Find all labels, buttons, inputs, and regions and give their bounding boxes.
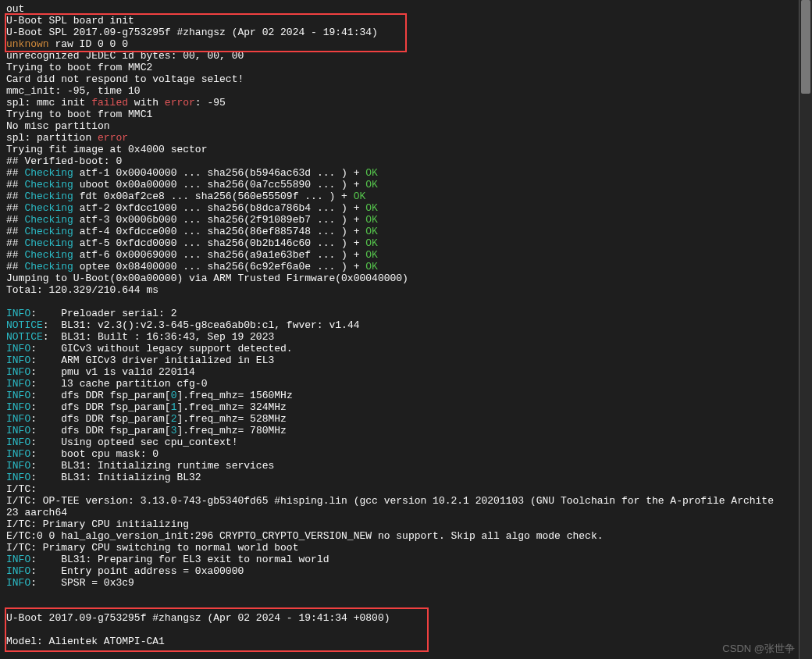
terminal-line: ## Checking atf-4 0xfdcce000 ... sha256(… bbox=[6, 226, 792, 237]
terminal-line: ## Checking atf-5 0xfdcd0000 ... sha256(… bbox=[6, 237, 792, 249]
terminal-line: INFO: BL31: Preparing for EL3 exit to no… bbox=[6, 554, 792, 565]
terminal-line: ## Checking optee 0x08400000 ... sha256(… bbox=[6, 261, 792, 273]
terminal-text-segment: OK bbox=[365, 237, 378, 249]
terminal-line: Trying to boot from MMC2 bbox=[6, 62, 792, 73]
terminal-text-segment: mmc_init: -95, time 10 bbox=[6, 85, 141, 97]
terminal-line: mmc_init: -95, time 10 bbox=[6, 85, 792, 97]
terminal-line: INFO: Entry point address = 0xa00000 bbox=[6, 565, 792, 577]
terminal-text-segment: atf-3 0x0006b000 ... sha256(2f91089eb7 .… bbox=[73, 214, 365, 226]
terminal-text-segment: OK bbox=[365, 249, 378, 261]
terminal-line: INFO: SPSR = 0x3c9 bbox=[6, 577, 792, 589]
terminal-text-segment: : BL31: v2.3():v2.3-645-g8cea6ab0b:cl, f… bbox=[43, 319, 360, 331]
terminal-text-segment: ## bbox=[6, 214, 24, 226]
terminal-line: INFO: Using opteed sec cpu_context! bbox=[6, 436, 792, 448]
terminal-text-segment: out bbox=[6, 3, 24, 15]
terminal-line: INFO: pmu v1 is valid 220114 bbox=[6, 366, 792, 378]
terminal-text-segment: INFO bbox=[6, 390, 30, 401]
terminal-line: unrecognized JEDEC id bytes: 00, 00, 00 bbox=[6, 50, 792, 62]
terminal-text-segment: Checking bbox=[24, 226, 73, 237]
terminal-text-segment: INFO bbox=[6, 436, 30, 448]
terminal-text-segment: ## bbox=[6, 202, 24, 214]
terminal-text-segment: : dfs DDR fsp_param[ bbox=[30, 390, 170, 401]
terminal-text-segment: uboot 0x00a00000 ... sha256(0a7cc55890 .… bbox=[73, 179, 365, 191]
terminal-text-segment: fdt 0x00af2ce8 ... sha256(560e55509f ...… bbox=[73, 191, 354, 202]
terminal-text-segment: ].freq_mhz= 528MHz bbox=[176, 413, 286, 425]
terminal-text-segment: U-Boot SPL 2017.09-g753295f #zhangsz (Ap… bbox=[6, 27, 378, 38]
terminal-text-segment: U-Boot SPL board init bbox=[6, 15, 134, 27]
terminal-text-segment: : Preloader serial: 2 bbox=[30, 308, 176, 319]
terminal-line: ## Checking atf-1 0x00040000 ... sha256(… bbox=[6, 167, 792, 179]
terminal-line: unknown raw ID 0 0 0 bbox=[6, 38, 792, 50]
terminal-text-segment: Checking bbox=[24, 261, 73, 273]
terminal-text-segment: atf-1 0x00040000 ... sha256(b5946ac63d .… bbox=[73, 167, 365, 179]
terminal-text-segment: : l3 cache partition cfg-0 bbox=[30, 378, 207, 390]
terminal-text-segment: : dfs DDR fsp_param[ bbox=[30, 413, 170, 425]
terminal-text-segment: OK bbox=[365, 261, 378, 273]
terminal-text-segment: I/TC: bbox=[6, 483, 37, 495]
terminal-text-segment: Trying to boot from MMC1 bbox=[6, 109, 152, 120]
terminal-line: INFO: dfs DDR fsp_param[0].freq_mhz= 156… bbox=[6, 390, 792, 401]
terminal-text-segment: INFO bbox=[6, 425, 30, 436]
terminal-text-segment: failed bbox=[91, 97, 128, 109]
terminal-line: INFO: dfs DDR fsp_param[2].freq_mhz= 528… bbox=[6, 413, 792, 425]
terminal-text-segment: : SPSR = 0x3c9 bbox=[30, 577, 134, 589]
terminal-text-segment: : BL31: Initializing BL32 bbox=[30, 472, 201, 483]
terminal-text-segment: Checking bbox=[24, 214, 73, 226]
terminal-line: INFO: Preloader serial: 2 bbox=[6, 308, 792, 319]
terminal-line: NOTICE: BL31: v2.3():v2.3-645-g8cea6ab0b… bbox=[6, 319, 792, 331]
terminal-line: INFO: ARM GICv3 driver initialized in EL… bbox=[6, 354, 792, 366]
terminal-text-segment: : ARM GICv3 driver initialized in EL3 bbox=[30, 354, 274, 366]
terminal-line: INFO: boot cpu mask: 0 bbox=[6, 448, 792, 460]
terminal-text-segment: ## Verified-boot: 0 bbox=[6, 155, 122, 167]
terminal-text-segment: OK bbox=[365, 226, 378, 237]
watermark-text: CSDN @张世争 bbox=[722, 643, 795, 654]
terminal-text-segment: OK bbox=[365, 179, 378, 191]
terminal-text-segment: 23 aarch64 bbox=[6, 507, 67, 518]
terminal-line: INFO: dfs DDR fsp_param[1].freq_mhz= 324… bbox=[6, 401, 792, 413]
terminal-text-segment: raw ID 0 0 0 bbox=[49, 38, 128, 50]
terminal-text-segment: : GICv3 without legacy support detected. bbox=[30, 343, 292, 354]
terminal-text-segment: No misc partition bbox=[6, 120, 110, 132]
terminal-text-segment: INFO bbox=[6, 378, 30, 390]
terminal-text-segment: ## bbox=[6, 179, 24, 191]
terminal-text-segment: : BL31: Built : 16:36:43, Sep 19 2023 bbox=[43, 331, 274, 343]
terminal-line bbox=[6, 296, 792, 308]
terminal-text-segment: INFO bbox=[6, 413, 30, 425]
terminal-text-segment: atf-5 0xfdcd0000 ... sha256(0b2b146c60 .… bbox=[73, 237, 365, 249]
terminal-text-segment: : BL31: Initializing runtime services bbox=[30, 460, 274, 472]
terminal-line: INFO: GICv3 without legacy support detec… bbox=[6, 343, 792, 354]
terminal-line: NOTICE: BL31: Built : 16:36:43, Sep 19 2… bbox=[6, 331, 792, 343]
terminal-text-segment: : boot cpu mask: 0 bbox=[30, 448, 158, 460]
terminal-text-segment: OK bbox=[365, 167, 378, 179]
terminal-line: Card did not respond to voltage select! bbox=[6, 73, 792, 85]
terminal-text-segment: INFO bbox=[6, 366, 30, 378]
terminal-text-segment: Checking bbox=[24, 237, 73, 249]
terminal-text-segment: I/TC: OP-TEE version: 3.13.0-743-gb5340f… bbox=[6, 495, 774, 507]
terminal-text-segment: spl: partition bbox=[6, 132, 98, 144]
terminal-line: INFO: BL31: Initializing runtime service… bbox=[6, 460, 792, 472]
terminal-text-segment: INFO bbox=[6, 401, 30, 413]
terminal-text-segment: NOTICE bbox=[6, 319, 43, 331]
terminal-line: I/TC: Primary CPU switching to normal wo… bbox=[6, 542, 792, 554]
terminal-line: No misc partition bbox=[6, 120, 792, 132]
terminal-text-segment: ## bbox=[6, 191, 24, 202]
terminal-text-segment: : Entry point address = 0xa00000 bbox=[30, 565, 244, 577]
terminal-text-segment: ].freq_mhz= 1560MHz bbox=[176, 390, 292, 401]
terminal-line: Total: 120.329/210.644 ms bbox=[6, 284, 792, 296]
vertical-scrollbar[interactable] bbox=[800, 0, 812, 659]
terminal-text-segment: INFO bbox=[6, 472, 30, 483]
terminal-line: spl: partition error bbox=[6, 132, 792, 144]
terminal-output[interactable]: outU-Boot SPL board initU-Boot SPL 2017.… bbox=[0, 0, 800, 659]
terminal-text-segment: U-Boot 2017.09-g753295f #zhangsz (Apr 02… bbox=[6, 612, 390, 624]
terminal-line bbox=[6, 600, 792, 612]
terminal-text-segment: I/TC: Primary CPU initializing bbox=[6, 518, 189, 530]
terminal-text-segment: error bbox=[98, 132, 128, 144]
terminal-text-segment: ## bbox=[6, 249, 24, 261]
terminal-line: ## Checking atf-6 0x00069000 ... sha256(… bbox=[6, 249, 792, 261]
terminal-line: Trying fit image at 0x4000 sector bbox=[6, 144, 792, 155]
terminal-text-segment: spl: mmc init bbox=[6, 97, 91, 109]
terminal-text-segment: : Using opteed sec cpu_context! bbox=[30, 436, 237, 448]
scrollbar-thumb[interactable] bbox=[801, 0, 810, 94]
terminal-text-segment: : BL31: Preparing for EL3 exit to normal… bbox=[30, 554, 329, 565]
terminal-text-segment: INFO bbox=[6, 343, 30, 354]
